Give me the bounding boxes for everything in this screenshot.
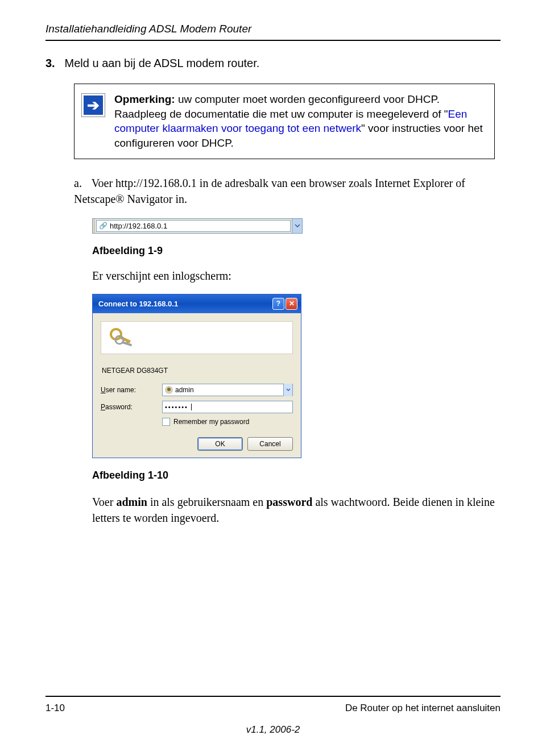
cancel-button[interactable]: Cancel: [247, 437, 293, 451]
dialog-app-name: NETGEAR DG834GT: [101, 367, 293, 375]
address-bar-url: http://192.168.0.1: [110, 222, 167, 230]
footer-rule: [46, 696, 500, 697]
substep-a: a. Voer http://192.168.0.1 in de adresba…: [74, 175, 489, 207]
figure-caption-1-10: Afbeelding 1-10: [92, 470, 500, 481]
remember-checkbox[interactable]: [162, 418, 170, 426]
figure-caption-1-9: Afbeelding 1-9: [92, 245, 500, 257]
page-footer: 1-10 De Router op het internet aansluite…: [46, 696, 500, 736]
password-value: •••••••: [165, 404, 188, 410]
step-number: 3.: [46, 57, 61, 70]
dialog-banner: [101, 321, 293, 354]
password-row: Password: •••••••: [101, 401, 293, 413]
addressbar-image: 🔗 http://192.168.0.1: [92, 218, 500, 234]
remember-label: Remember my password: [173, 418, 249, 426]
note-label: Opmerking:: [114, 93, 175, 105]
user-icon: [165, 386, 173, 394]
login-dialog: Connect to 192.168.0.1 ? ✕ NETGEAR DG834…: [92, 294, 301, 458]
dialog-titlebar: Connect to 192.168.0.1 ? ✕: [93, 294, 301, 313]
close-button[interactable]: ✕: [286, 298, 297, 310]
password-label: Password:: [101, 403, 162, 411]
header-rule: [46, 40, 500, 41]
login-appears-text: Er verschijnt een inlogscherm:: [92, 269, 500, 283]
text-caret: [191, 404, 192, 410]
chevron-down-icon: [286, 388, 291, 391]
version-string: v1.1, 2006-2: [46, 724, 500, 736]
username-dropdown[interactable]: [283, 384, 292, 396]
dialog-buttons: OK Cancel: [101, 437, 293, 451]
chevron-down-icon: [295, 224, 300, 227]
section-title: De Router op het internet aansluiten: [345, 703, 500, 714]
help-button[interactable]: ?: [272, 298, 284, 310]
login-dialog-image: Connect to 192.168.0.1 ? ✕ NETGEAR DG834…: [92, 294, 500, 458]
keys-icon: [108, 326, 136, 349]
username-value: admin: [175, 386, 194, 394]
step-text: Meld u aan bij de ADSL modem router.: [65, 57, 260, 69]
username-label: User name:: [101, 386, 162, 394]
address-bar-field[interactable]: 🔗 http://192.168.0.1: [96, 220, 291, 232]
note-text: Opmerking: uw computer moet worden gecon…: [114, 92, 485, 151]
credentials-instruction: Voer admin in als gebruikersnaam en pass…: [92, 494, 495, 526]
ok-button[interactable]: OK: [197, 437, 243, 451]
step-3: 3. Meld u aan bij de ADSL modem router.: [46, 57, 500, 70]
note-icon: ➔: [81, 93, 105, 117]
address-bar-grip: [93, 219, 95, 233]
address-bar-dropdown[interactable]: [292, 219, 302, 233]
note-icon-wrap: ➔: [81, 92, 106, 117]
password-field[interactable]: •••••••: [162, 401, 293, 413]
remember-row: Remember my password: [162, 418, 293, 426]
substep-text: Voer http://192.168.0.1 in de adresbalk …: [74, 177, 465, 205]
substep-letter: a.: [74, 175, 89, 191]
page-header-title: Installatiehandleiding ADSL Modem Router: [46, 23, 500, 35]
link-icon: 🔗: [99, 222, 107, 230]
username-row: User name: admin: [101, 384, 293, 396]
dialog-title: Connect to 192.168.0.1: [98, 300, 271, 308]
address-bar: 🔗 http://192.168.0.1: [92, 218, 303, 234]
note-box: ➔ Opmerking: uw computer moet worden gec…: [74, 84, 495, 159]
username-field[interactable]: admin: [162, 384, 293, 396]
arrow-right-icon: ➔: [87, 98, 100, 113]
dialog-body: NETGEAR DG834GT User name: admin Passwor…: [93, 313, 301, 458]
page-number: 1-10: [46, 703, 65, 714]
